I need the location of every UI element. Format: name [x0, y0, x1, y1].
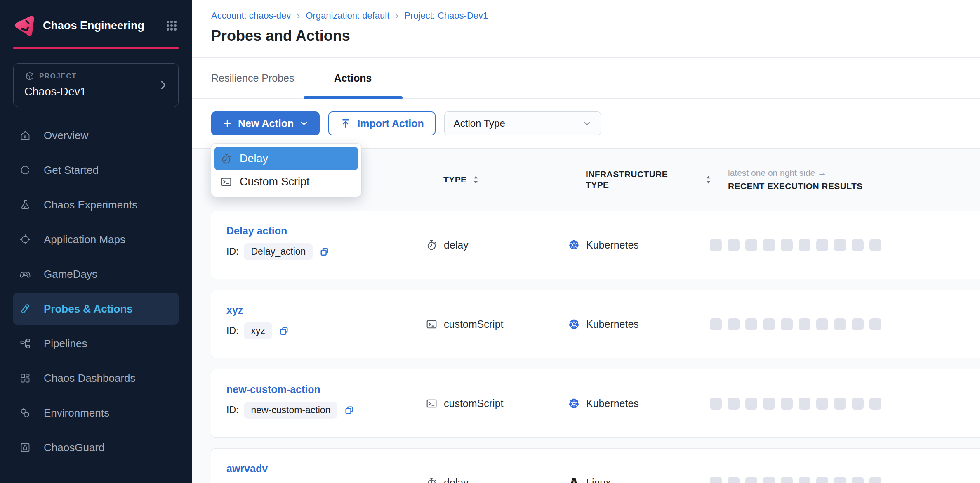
- breadcrumb-separator: ›: [297, 10, 300, 21]
- sidebar-nav: Overview Get Started Chaos Experiments: [0, 119, 192, 464]
- terminal-icon: [425, 397, 438, 410]
- sidebar-item-overview[interactable]: Overview: [13, 119, 179, 152]
- sidebar-item-get-started[interactable]: Get Started: [13, 154, 179, 186]
- import-action-button[interactable]: Import Action: [328, 111, 436, 135]
- main-content: Account: chaos-dev › Organization: defau…: [192, 0, 980, 483]
- test-tube-icon: [19, 303, 31, 315]
- menu-item-delay[interactable]: Delay: [214, 147, 358, 170]
- execution-result-placeholder: [710, 318, 722, 330]
- action-name-link[interactable]: xyz: [226, 304, 243, 316]
- project-selector[interactable]: PROJECT Chaos-Dev1: [13, 63, 179, 107]
- infrastructure-text: Kubernetes: [586, 318, 639, 330]
- action-name-link[interactable]: new-custom-action: [226, 384, 320, 395]
- home-icon: [19, 129, 31, 142]
- hexagons-icon: [19, 407, 31, 419]
- new-action-button[interactable]: New Action: [211, 111, 320, 135]
- execution-result-placeholder: [834, 398, 846, 410]
- recent-execution-results: [710, 398, 980, 410]
- execution-result-placeholder: [763, 477, 775, 483]
- breadcrumb-project-link[interactable]: Project: Chaos-Dev1: [404, 10, 488, 21]
- stopwatch-icon: [425, 239, 438, 251]
- execution-result-placeholder: [834, 318, 846, 330]
- copy-icon[interactable]: [278, 324, 290, 337]
- execution-result-placeholder: [852, 318, 864, 330]
- action-id-value: new-custom-action: [244, 402, 337, 419]
- app-root: Chaos Engineering PROJECT Chaos-Dev1: [0, 0, 980, 483]
- action-type-text: customScript: [444, 398, 503, 410]
- execution-result-placeholder: [834, 477, 846, 483]
- execution-result-placeholder: [869, 477, 881, 483]
- breadcrumb-organization-link[interactable]: Organization: default: [306, 10, 389, 21]
- app-switcher-grid-icon[interactable]: [163, 17, 180, 34]
- dashboard-icon: [19, 372, 31, 384]
- tab-bar: Resilience Probes Actions: [192, 58, 980, 99]
- project-label: PROJECT: [39, 72, 77, 80]
- execution-result-placeholder: [745, 398, 757, 410]
- table-body: Delay action ID: Delay_action delay: [192, 211, 980, 483]
- copy-icon[interactable]: [318, 245, 331, 258]
- execution-result-placeholder: [816, 398, 828, 410]
- execution-result-placeholder: [799, 239, 810, 251]
- chevron-down-icon: [299, 118, 309, 128]
- infrastructure-text: Kubernetes: [586, 398, 639, 410]
- action-id-value: xyz: [244, 322, 272, 339]
- terminal-icon: [220, 175, 233, 188]
- page-header: Account: chaos-dev › Organization: defau…: [192, 0, 980, 58]
- kubernetes-icon: [568, 239, 580, 251]
- infrastructure-cell: Kubernetes: [568, 239, 710, 251]
- brand-divider: [13, 47, 179, 49]
- breadcrumb-separator: ›: [395, 10, 398, 21]
- lock-icon: [19, 441, 31, 454]
- sidebar-item-probes-actions[interactable]: Probes & Actions: [13, 293, 179, 325]
- action-id-row: ID: Delay_action: [226, 243, 425, 260]
- execution-result-placeholder: [834, 239, 846, 251]
- action-type-cell: delay: [425, 476, 568, 483]
- action-type-cell: customScript: [425, 397, 568, 410]
- action-id-value: Delay_action: [244, 243, 313, 260]
- copy-icon[interactable]: [343, 404, 356, 417]
- execution-result-placeholder: [728, 318, 740, 330]
- execution-result-placeholder: [869, 318, 881, 330]
- execution-result-placeholder: [745, 318, 757, 330]
- execution-result-placeholder: [799, 477, 810, 483]
- sort-icon[interactable]: [705, 176, 711, 184]
- action-name-link[interactable]: awrvadv: [226, 463, 268, 475]
- action-id-row: ID: xyz: [226, 322, 425, 339]
- execution-result-placeholder: [763, 318, 775, 330]
- execution-result-placeholder: [852, 477, 864, 483]
- sidebar-item-pipelines[interactable]: Pipelines: [13, 327, 179, 360]
- breadcrumb: Account: chaos-dev › Organization: defau…: [211, 10, 980, 21]
- infrastructure-cell: Linux: [568, 476, 710, 483]
- execution-result-placeholder: [799, 398, 810, 410]
- execution-result-placeholder: [710, 239, 722, 251]
- execution-result-placeholder: [781, 239, 793, 251]
- infrastructure-cell: Kubernetes: [568, 318, 710, 331]
- app-title: Chaos Engineering: [43, 19, 163, 32]
- execution-result-placeholder: [728, 398, 740, 410]
- menu-item-custom-script[interactable]: Custom Script: [214, 170, 358, 193]
- breadcrumb-account-link[interactable]: Account: chaos-dev: [211, 10, 291, 21]
- tab-actions[interactable]: Actions: [304, 58, 403, 98]
- execution-result-placeholder: [816, 239, 828, 251]
- action-type-cell: customScript: [425, 318, 568, 331]
- sidebar-item-environments[interactable]: Environments: [13, 397, 179, 429]
- table-row: Delay action ID: Delay_action delay: [211, 211, 980, 279]
- table-row: xyz ID: xyz customScript: [211, 290, 980, 358]
- sidebar-item-chaos-dashboards[interactable]: Chaos Dashboards: [13, 362, 179, 394]
- execution-result-placeholder: [852, 239, 864, 251]
- action-type-cell: delay: [425, 239, 568, 251]
- sidebar-item-chaos-experiments[interactable]: Chaos Experiments: [13, 189, 179, 221]
- action-type-select[interactable]: Action Type: [444, 111, 601, 135]
- tab-resilience-probes[interactable]: Resilience Probes: [211, 72, 294, 84]
- sidebar-item-application-maps[interactable]: Application Maps: [13, 223, 179, 256]
- action-name-link[interactable]: Delay action: [226, 225, 287, 237]
- sidebar-item-gamedays[interactable]: GameDays: [13, 258, 179, 290]
- sidebar-item-chaosguard[interactable]: ChaosGuard: [13, 431, 179, 464]
- flask-icon: [19, 199, 31, 211]
- page-title: Probes and Actions: [211, 27, 980, 45]
- stopwatch-icon: [425, 476, 438, 483]
- get-started-icon: [19, 164, 31, 176]
- chevron-right-icon: [157, 78, 170, 92]
- sort-icon[interactable]: [473, 176, 479, 184]
- execution-result-placeholder: [728, 239, 740, 251]
